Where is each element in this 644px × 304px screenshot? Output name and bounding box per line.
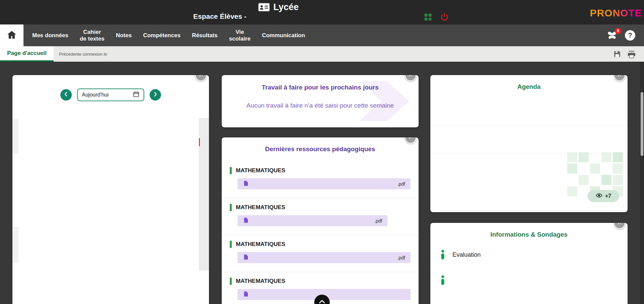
info-title: Informations & Sondages [430,231,628,238]
homework-card: Travail à faire pour les prochains jours… [222,75,419,127]
info-icon [440,275,445,285]
expand-arrow-icon [616,223,623,227]
resource-file-link[interactable]: .pdf [237,178,411,189]
agenda-expand-button[interactable] [613,75,626,81]
resource-item: MATHEMATIQUES .pdf [222,198,419,235]
subject-color-bar [230,278,232,285]
resources-list: MATHEMATIQUES .pdf MATHEMATIQUES .pdf [222,162,419,304]
info-item[interactable] [440,275,628,285]
resource-file-link[interactable]: .pdf [237,215,387,226]
qr-code-icon[interactable] [424,13,432,21]
logout-power-icon[interactable] [440,13,449,21]
notification-badge: 6 [615,28,621,34]
next-day-button[interactable] [150,89,161,101]
chevron-left-icon [63,91,69,99]
top-header: Lycée Espace Élèves - PRONOTE [0,0,644,24]
subject-label: MATHEMATIQUES [236,167,285,174]
subject-label: MATHEMATIQUES [236,241,285,248]
resource-item: MATHEMATIQUES .pdf [222,162,419,198]
resource-subject: MATHEMATIQUES [230,241,411,248]
resource-item: MATHEMATIQUES .pdf [222,235,419,272]
file-extension: .pdf [397,255,405,260]
agenda-divider [430,153,628,154]
agenda-card: Agenda +7 [430,75,628,212]
eye-icon [596,192,602,200]
nav-item-vie-scolaire[interactable]: Vie scolaire [229,29,251,42]
home-icon [7,30,17,41]
page-scrollbar-thumb[interactable] [641,92,643,156]
subject-color-bar [230,204,232,211]
info-expand-button[interactable] [613,223,626,229]
resources-expand-button[interactable] [405,137,417,144]
resource-subject: MATHEMATIQUES [230,167,411,174]
schedule-card: Aujourd'hui [12,75,209,304]
subject-color-bar [230,167,232,174]
calendar-icon [133,91,140,99]
nav-items: Mes données Cahier de textes Notes Compé… [23,24,305,46]
top-actions [424,13,449,21]
date-navigation: Aujourd'hui [12,75,209,101]
expand-arrow-icon [616,75,623,79]
resources-title: Dernières ressources pédagogiques [222,145,419,153]
school-title-block: Lycée [258,2,299,12]
info-item[interactable]: Evaluation [440,250,628,260]
nav-item-communication[interactable]: Communication [262,32,305,39]
main-navbar: Mes données Cahier de textes Notes Compé… [0,24,644,46]
id-card-icon [258,3,270,12]
agenda-more-count: +7 [605,193,611,199]
expand-arrow-icon [408,137,414,141]
notifications-butterfly-icon[interactable]: 6 [606,30,618,41]
info-item-label: Evaluation [452,251,481,258]
nav-item-resultats[interactable]: Résultats [192,32,218,39]
agenda-decoration [567,152,577,162]
subject-label: MATHEMATIQUES [236,204,285,211]
info-icon [440,250,445,260]
resource-subject: MATHEMATIQUES [230,204,411,211]
resource-file-link[interactable]: .pdf [237,252,411,263]
subject-label: MATHEMATIQUES [236,278,285,285]
pdf-file-icon [243,217,252,225]
tab-page-accueil[interactable]: Page d'accueil [0,46,54,62]
subheader: Page d'accueil Précédente connexion le P… [0,46,644,62]
svg-text:PDF: PDF [629,50,634,53]
pdf-file-icon [243,180,252,188]
pdf-print-icon[interactable]: PDF [627,50,637,58]
file-extension: .pdf [374,218,382,224]
homework-empty-message: Aucun travail à faire n'a été saisi pour… [222,102,419,109]
pdf-file-icon [243,291,252,298]
resources-card: Dernières ressources pédagogiques MATHEM… [222,137,419,304]
homework-expand-button[interactable] [405,75,417,81]
subject-color-bar [230,241,232,248]
nav-item-notes[interactable]: Notes [116,32,131,39]
expand-arrow-icon [198,75,204,79]
current-time-marker [199,138,200,146]
space-label: Espace Élèves - [193,12,247,20]
previous-day-button[interactable] [60,89,72,101]
nav-item-mes-donnees[interactable]: Mes données [32,32,68,39]
info-card: Informations & Sondages Evaluation [430,223,628,304]
timetable-row-ghost [12,119,18,154]
expand-arrow-icon [408,75,414,79]
last-connection-text: Précédente connexion le [59,52,107,57]
help-button[interactable]: ? [625,30,635,41]
save-icon[interactable] [613,50,621,58]
nav-home-tab[interactable] [0,24,23,46]
nav-item-competences[interactable]: Compétences [143,32,180,39]
date-picker-input[interactable]: Aujourd'hui [77,88,144,101]
nav-right-actions: 6 ? [606,24,644,46]
pdf-file-icon [243,254,252,261]
chevron-right-icon [152,91,158,99]
file-extension: .pdf [397,181,405,187]
main-content: Aujourd'hui Travail à faire pour les pro… [0,62,644,304]
school-name: Lycée [273,2,299,12]
subheader-icons: PDF [613,46,644,62]
agenda-more-button[interactable]: +7 [588,190,619,202]
agenda-divider [430,125,628,126]
nav-item-cahier-de-textes[interactable]: Cahier de textes [80,29,105,42]
date-value: Aujourd'hui [82,92,109,98]
pronote-logo: PRONOTE [590,7,642,19]
homework-title: Travail à faire pour les prochains jours [222,84,419,91]
agenda-title: Agenda [430,83,628,90]
resource-subject: MATHEMATIQUES [230,278,411,285]
chevron-up-icon [318,298,326,304]
